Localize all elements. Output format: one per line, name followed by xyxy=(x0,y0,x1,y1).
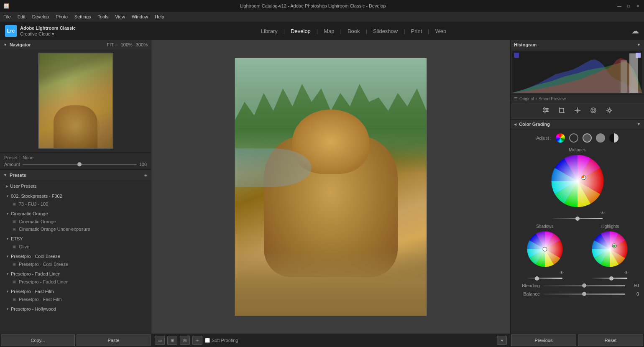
amount-slider[interactable] xyxy=(23,164,137,165)
view-options-button[interactable]: ⊟ xyxy=(180,336,190,345)
view-extra-button[interactable]: ÷ xyxy=(192,336,202,345)
nav-book[interactable]: Book xyxy=(343,26,364,36)
basic-panel-tool[interactable] xyxy=(542,107,549,116)
maximize-button[interactable]: □ xyxy=(626,3,631,9)
preset-group-stockpresets-header[interactable]: ▼ 002. Stockpresets - F002 xyxy=(0,192,151,200)
menu-settings[interactable]: Settings xyxy=(74,14,91,19)
view-compare-button[interactable]: ⊞ xyxy=(167,336,177,345)
previous-button[interactable]: Previous xyxy=(511,334,576,346)
menubar: File Edit Develop Photo Settings Tools V… xyxy=(0,12,644,22)
fit-button[interactable]: FIT ÷ xyxy=(107,42,117,47)
color-grading-collapse: ◀ xyxy=(514,122,516,126)
adjust-highlights-button[interactable] xyxy=(596,133,605,143)
color-grading-header[interactable]: ◀ Color Grading ▼ xyxy=(511,120,644,129)
navigator-header[interactable]: ▼ Navigator FIT ÷ 100% 300% xyxy=(0,40,151,49)
preset-group-etsy-header[interactable]: ▼ ETSY xyxy=(0,235,151,243)
masking-tool[interactable] xyxy=(590,107,597,116)
preset-item-fast-film[interactable]: ▣ Presetpro - Fast Film xyxy=(0,296,151,303)
menu-file[interactable]: File xyxy=(3,14,11,19)
preset-group-hollywood-header[interactable]: ▼ Presetpro - Hollywood xyxy=(0,305,151,313)
preset-group-user-presets[interactable]: ▶ User Presets xyxy=(0,182,151,190)
preset-item-cinematic-orange-label: Cinematic Orange xyxy=(19,219,56,224)
preset-group-fastfilm-header[interactable]: ▼ Presetpro - Fast Film xyxy=(0,287,151,296)
shadows-eye-icon[interactable]: 👁 xyxy=(560,270,564,275)
highlights-wheel[interactable] xyxy=(591,230,629,268)
preset-group-cinematic-header[interactable]: ▼ Cinematic Orange xyxy=(0,209,151,218)
preset-group-hollywood-label: Presetpro - Hollywood xyxy=(11,306,56,311)
view-loupe-button[interactable]: ▭ xyxy=(155,336,165,345)
color-grading-title: Color Grading xyxy=(519,122,550,127)
lrc-logo: Lrc xyxy=(5,25,17,37)
presets-header[interactable]: ▼ Presets + xyxy=(0,170,151,181)
zoom-300-button[interactable]: 300% xyxy=(136,42,148,47)
nav-print[interactable]: Print xyxy=(407,26,427,36)
soft-proofing-checkbox[interactable] xyxy=(205,338,210,343)
preset-item-cinematic-orange-under[interactable]: ▣ Cinematic Orange Under-exposure xyxy=(0,225,151,233)
soft-proofing-toggle[interactable]: Soft Proofing xyxy=(205,338,238,343)
presets-collapse-arrow: ▼ xyxy=(3,173,7,177)
blending-slider[interactable] xyxy=(543,285,625,286)
copy-button[interactable]: Copy... xyxy=(1,334,75,346)
menu-photo[interactable]: Photo xyxy=(56,14,68,19)
balance-slider[interactable] xyxy=(543,293,625,295)
minimize-button[interactable]: — xyxy=(616,3,622,9)
menu-window[interactable]: Window xyxy=(132,14,148,19)
crop-tool[interactable] xyxy=(558,107,565,116)
midtones-eye-icon[interactable]: 👁 xyxy=(601,211,605,215)
navigator-panel: ▼ Navigator FIT ÷ 100% 300% xyxy=(0,40,151,153)
shadows-dot[interactable] xyxy=(543,247,547,251)
settings-tool[interactable] xyxy=(606,107,613,116)
midtones-slider[interactable] xyxy=(552,218,603,219)
svg-rect-1 xyxy=(621,60,627,93)
highlights-eye-icon[interactable]: 👁 xyxy=(624,270,629,275)
adjust-luminance-button[interactable] xyxy=(609,133,618,143)
adjust-midtones-button[interactable] xyxy=(583,133,592,143)
preset-item-cool-breeze[interactable]: ▣ Presetpro - Cool Breeze xyxy=(0,260,151,268)
highlights-color-dot xyxy=(613,245,616,247)
shadows-wheel[interactable] xyxy=(526,230,564,268)
navigator-thumbnail[interactable] xyxy=(38,53,113,149)
preset-group-coolbreeze-header[interactable]: ▼ Presetpro - Cool Breeze xyxy=(0,252,151,260)
reset-button[interactable]: Reset xyxy=(578,334,643,346)
nav-slideshow[interactable]: Slideshow xyxy=(369,26,402,36)
window-title: Lightroom Catalog-v12 - Adobe Photoshop … xyxy=(9,3,616,8)
preset-item-label: 73 - FUJ - 100 xyxy=(19,202,48,207)
filmstrip-arrow-button[interactable]: ▾ xyxy=(497,336,507,345)
preset-group-fadedlinen-header[interactable]: ▼ Presetpro - Faded Linen xyxy=(0,270,151,278)
svg-point-12 xyxy=(551,155,604,207)
main-image[interactable] xyxy=(235,58,427,316)
image-area[interactable] xyxy=(151,40,510,334)
cloud-icon[interactable]: ☁ xyxy=(631,26,639,36)
paste-button[interactable]: Paste xyxy=(77,334,151,346)
nav-library[interactable]: Library xyxy=(257,26,282,36)
shadows-wheel-container: Shadows xyxy=(526,224,564,280)
menu-develop[interactable]: Develop xyxy=(32,14,49,19)
menu-edit[interactable]: Edit xyxy=(18,14,26,19)
adjust-shadows-button[interactable] xyxy=(569,133,578,143)
preset-item-olive-label: Olive xyxy=(19,244,29,249)
midtones-wheel[interactable] xyxy=(550,154,605,208)
highlights-slider[interactable] xyxy=(592,278,627,279)
brand-plan[interactable]: Creative Cloud ▾ xyxy=(20,31,54,36)
preset-item-faded-linen[interactable]: ▣ Presetpro - Faded Linen xyxy=(0,278,151,286)
adjust-all-button[interactable] xyxy=(556,133,565,143)
add-preset-button[interactable]: + xyxy=(144,172,148,179)
preset-item-icon-olive: ▣ xyxy=(13,245,16,249)
preset-item-73fuj[interactable]: ▣ 73 - FUJ - 100 xyxy=(0,200,151,208)
menu-tools[interactable]: Tools xyxy=(98,14,109,19)
shadows-slider[interactable] xyxy=(527,278,562,279)
nav-develop[interactable]: Develop xyxy=(286,26,315,36)
close-button[interactable]: ✕ xyxy=(635,3,641,9)
menu-view[interactable]: View xyxy=(115,14,125,19)
zoom-100-button[interactable]: 100% xyxy=(121,42,133,47)
menu-help[interactable]: Help xyxy=(155,14,164,19)
nav-map[interactable]: Map xyxy=(319,26,338,36)
preset-item-olive[interactable]: ▣ Olive xyxy=(0,243,151,250)
nav-web[interactable]: Web xyxy=(431,26,451,36)
histogram-header[interactable]: Histogram ▼ xyxy=(511,40,644,49)
midtones-wheel-section: Midtones xyxy=(511,145,644,222)
healing-tool[interactable] xyxy=(574,107,581,116)
midtones-container: Midtones xyxy=(550,148,605,220)
blending-label: Blending xyxy=(516,283,540,288)
preset-item-cinematic-orange[interactable]: ▣ Cinematic Orange xyxy=(0,218,151,225)
